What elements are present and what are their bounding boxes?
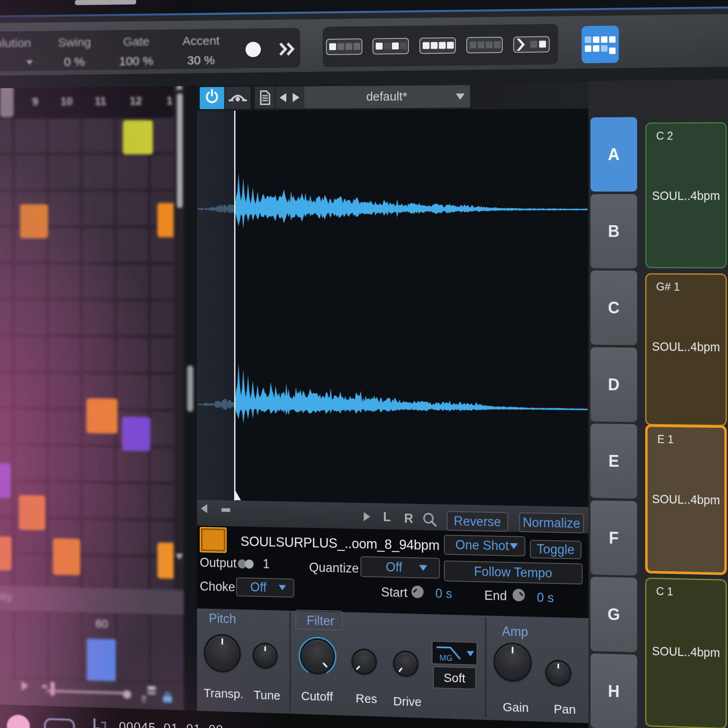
svg-text:MG: MG	[440, 653, 453, 663]
